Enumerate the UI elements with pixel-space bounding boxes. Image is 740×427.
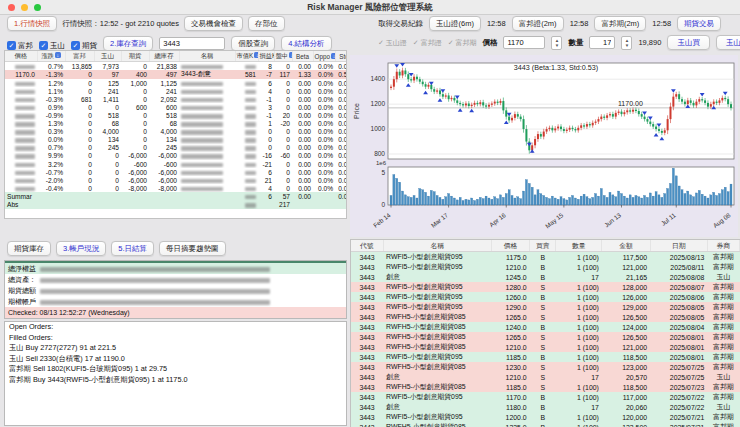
quote-cell: -1	[258, 95, 274, 103]
futures-inventory-button[interactable]: 期貨庫存	[7, 241, 51, 256]
save-position-button[interactable]: 存部位	[248, 16, 285, 31]
trade-cell: 1 (100)	[556, 252, 602, 263]
svg-text:1400: 1400	[371, 75, 386, 82]
quote-col-header[interactable]: 盤中↓	[274, 51, 292, 62]
stock-query-button[interactable]: 個股查詢	[231, 36, 275, 51]
quote-row[interactable]: 3.2%00-600-600-2100.000.0%0.00	[5, 160, 347, 168]
trade-col-header[interactable]: 名稱	[383, 240, 491, 252]
quantity-stepper[interactable]: ▲▼	[621, 36, 632, 50]
price-input[interactable]	[503, 36, 545, 49]
sort-icon[interactable]: ↓	[254, 52, 258, 58]
trade-row[interactable]: 3443RWFH5-小型創意期貨0851230.0S1 (100)123,000…	[351, 362, 740, 372]
quote-row[interactable]: -0.7%00-6,000-6,000600.000.0%0.00	[5, 168, 347, 176]
quote-col-header[interactable]: 漲跌↓	[37, 51, 65, 62]
quote-row[interactable]: 1.1%02410241400.000.0%0.00	[5, 87, 347, 95]
trade-row[interactable]: 3443創意1245.0B1721,1652025/08/08玉山	[351, 272, 740, 282]
trade-row[interactable]: 3443RWFI5-小型創意期貨0951210.0B1 (100)121,000…	[351, 262, 740, 272]
quote-snapshot-button[interactable]: 1.行情快照	[7, 16, 57, 31]
symbol-input[interactable]	[159, 37, 225, 50]
price-volume-chart[interactable]: 8001000120014001170.00Price3443 (Beta:1.…	[350, 55, 738, 237]
quote-col-header[interactable]: 期貨	[121, 51, 149, 62]
trade-row[interactable]: 3443RWFI5-小型創意期貨0951175.0B1 (100)117,500…	[351, 252, 740, 263]
quote-cell: 4,000	[149, 128, 179, 136]
quote-row[interactable]: -0.4%00-8,000-8,000400.000.0%0.00	[5, 184, 347, 192]
fubon-sec-check[interactable]: ✓ 富邦證	[413, 38, 442, 48]
quote-col-header[interactable]: 損益K	[258, 51, 274, 62]
trade-row[interactable]: 3443RWFI5-小型創意期貨0951185.0B1 (100)118,500…	[351, 352, 740, 362]
quote-row[interactable]: -2.0%00-6,000-6,0002100.000.0%0.00	[5, 176, 347, 184]
quote-cell: 1170.0	[5, 70, 37, 79]
trade-col-header[interactable]: 金額	[602, 240, 650, 252]
quote-row[interactable]: 1170.0-1.3%0974004973443-創意581-71171.330…	[5, 70, 347, 79]
trade-col-header[interactable]: 代號	[351, 240, 383, 252]
trade-col-header[interactable]: 買賣	[530, 240, 556, 252]
esun-sec-check[interactable]: ✓ 玉山證	[378, 38, 407, 48]
esun-sec-fetch-button[interactable]: 玉山證(6m)	[429, 16, 481, 31]
trade-row[interactable]: 3443RWFI5-小型創意期貨0951290.0S1 (100)129,000…	[351, 302, 740, 312]
trade-row[interactable]: 3443RWFH5-小型創意期貨0851210.0S1 (100)121,000…	[351, 342, 740, 352]
quote-col-header[interactable]: 名稱	[179, 51, 235, 62]
daily-settlement-button[interactable]: 5.日結算	[111, 241, 154, 256]
daily-trend-button[interactable]: 每日摘要趨勢圖	[159, 241, 226, 256]
esun-buy-button[interactable]: 玉山買	[667, 35, 710, 50]
quote-col-header[interactable]: 總庫存	[149, 51, 179, 62]
quote-cell: 1,000	[121, 79, 149, 87]
quote-row[interactable]: 9.9%00-6,000-6,000-16-600.000.0%0.00	[5, 152, 347, 160]
price-stepper[interactable]: ▲▼	[551, 36, 562, 50]
trade-row[interactable]: 3443RWFH5-小型創意期貨0851235.0B1 (100)123,500…	[351, 422, 740, 427]
trade-col-header[interactable]: 價格	[492, 240, 530, 252]
trade-cell: 玉山	[707, 402, 739, 412]
trade-col-header[interactable]: 數量	[556, 240, 602, 252]
trade-row[interactable]: 3443RWFH5-小型創意期貨0851185.0S1 (100)118,500…	[351, 382, 740, 392]
trade-row[interactable]: 3443RWFI5-小型創意期貨0951280.0S1 (100)128,000…	[351, 282, 740, 292]
structure-analysis-button[interactable]: 4.結構分析	[281, 36, 331, 51]
trade-cell: 1 (100)	[556, 282, 602, 292]
trade-row[interactable]: 3443RWFH5-小型創意期貨0851265.0S1 (100)126,500…	[351, 332, 740, 342]
quote-row[interactable]: 1.2%01251,0001,125600.000.0%0.00	[5, 79, 347, 87]
quote-col-header[interactable]: 玉山	[94, 51, 121, 62]
trade-cell: 1 (100)	[556, 292, 602, 302]
quantity-input[interactable]	[589, 36, 615, 49]
quote-cell: 0	[121, 144, 149, 152]
fubon-fut-fetch-button[interactable]: 富邦期(2m)	[594, 16, 646, 31]
quote-col-header[interactable]: Oppo↓	[313, 51, 335, 62]
quote-col-header[interactable]: 市值K↓	[235, 51, 258, 62]
trade-col-header[interactable]: 券商	[707, 240, 739, 252]
quote-row[interactable]: 1.3%0680681-200.000.0%0.00	[5, 120, 347, 128]
quote-row[interactable]: 0.9%00600600300.000.0%0.00	[5, 103, 347, 111]
trade-row[interactable]: 3443創意1180.0B1720,0602025/07/22玉山	[351, 402, 740, 412]
quote-row[interactable]: -0.9%05180518-1200.000.0%0.00	[5, 111, 347, 119]
redacted-value	[40, 278, 270, 283]
sort-icon[interactable]: ↓	[331, 53, 335, 59]
trade-row[interactable]: 3443創意1210.0S1720,5702025/07/25玉山	[351, 372, 740, 382]
trade-opportunity-button[interactable]: 交易機會檢查	[184, 16, 243, 31]
fubon-fut-check[interactable]: ✓ 富邦期	[448, 38, 477, 48]
quote-col-header[interactable]: 價格	[5, 51, 37, 62]
quote-cell	[179, 152, 235, 160]
redacted-value	[15, 130, 35, 135]
quote-row[interactable]: 0.7%13,8657,973021,838800.000.0%0.00	[5, 62, 347, 71]
trade-col-header[interactable]: 日期	[650, 240, 707, 252]
quote-col-header[interactable]: Std	[335, 51, 347, 62]
futures-trade-button[interactable]: 期貨交易	[677, 16, 721, 31]
quote-row[interactable]: 0.3%04,00004,000000.000.0%0.00	[5, 128, 347, 136]
quote-cell: 0.0%	[313, 103, 335, 111]
quote-col-header[interactable]: 富邦	[65, 51, 94, 62]
fubon-sec-fetch-button[interactable]: 富邦證(2m)	[512, 16, 564, 31]
inventory-query-button[interactable]: 2.庫存查詢	[103, 36, 153, 51]
quote-cell: 21,838	[149, 62, 179, 71]
esun-sell-button[interactable]: 玉山賣	[716, 35, 740, 50]
trade-row[interactable]: 3443RWFH5-小型創意期貨0851240.0B1 (100)124,000…	[351, 322, 740, 332]
trade-row[interactable]: 3443RWFI5-小型創意期貨0951200.0B1 (100)120,000…	[351, 412, 740, 422]
trade-row[interactable]: 3443RWFH5-小型創意期貨0851265.0S1 (100)126,500…	[351, 312, 740, 322]
sort-icon[interactable]: ↓	[55, 52, 61, 58]
quote-row[interactable]: 0.7%02450245000.000.0%0.00	[5, 144, 347, 152]
trade-row[interactable]: 3443RWFI5-小型創意期貨0951170.0B1 (100)117,000…	[351, 392, 740, 402]
trade-row[interactable]: 3443RWFI5-小型創意期貨0951260.0B1 (100)126,000…	[351, 292, 740, 302]
quote-row[interactable]: -0.3%6811,41102,092-100.000.0%0.00	[5, 95, 347, 103]
quote-cell: 0	[274, 144, 292, 152]
account-status-button[interactable]: 3.帳戶現況	[56, 241, 106, 256]
quote-row[interactable]: 0.0%01340134000.000.0%0.00	[5, 136, 347, 144]
quote-col-header[interactable]: Beta	[292, 51, 313, 62]
quote-cell	[235, 62, 258, 71]
